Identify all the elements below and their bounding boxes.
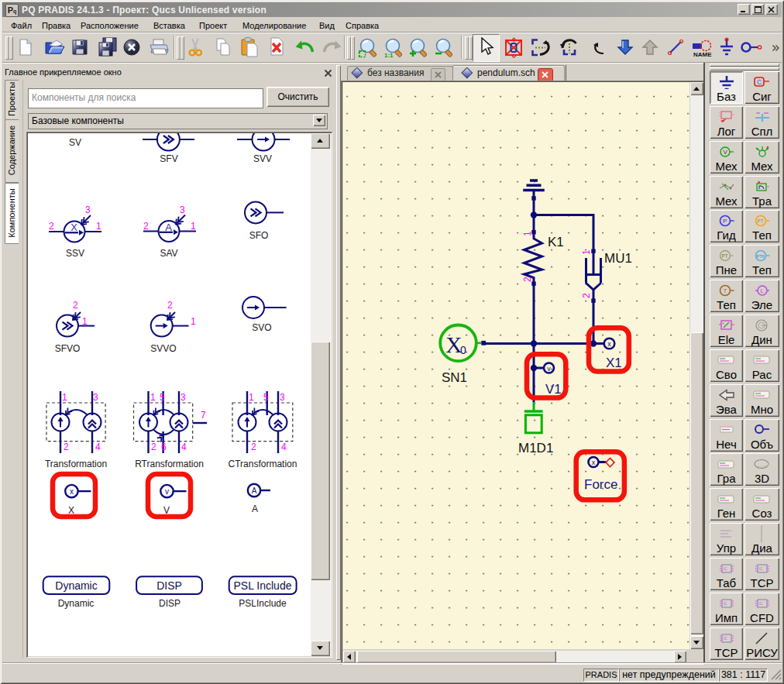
svg-text:SVV: SVV	[253, 153, 272, 164]
svg-text:3: 3	[181, 392, 186, 403]
svg-text:PT: PT	[758, 218, 764, 224]
svg-text:2: 2	[73, 300, 78, 311]
svg-text:PSL Include: PSL Include	[234, 579, 292, 592]
svg-text:SFO: SFO	[249, 230, 269, 241]
svg-text:SAV: SAV	[160, 248, 177, 259]
svg-text:2: 2	[522, 277, 533, 282]
svg-text:L: L	[761, 287, 765, 294]
svg-text:SFV: SFV	[160, 153, 177, 164]
svg-text:RTransformation: RTransformation	[135, 459, 204, 469]
svg-text:V: V	[163, 505, 170, 516]
svg-text:Dynamic: Dynamic	[55, 579, 97, 592]
svg-text:1: 1	[191, 316, 196, 327]
svg-text:PSLInclude: PSLInclude	[239, 598, 287, 609]
svg-text:DISP: DISP	[159, 598, 181, 609]
svg-text:x: x	[70, 487, 74, 496]
svg-text:0: 0	[460, 344, 466, 356]
svg-text:X1: X1	[606, 356, 622, 370]
svg-text:Transformation: Transformation	[45, 459, 107, 469]
svg-text:x: x	[607, 340, 611, 348]
svg-text:7: 7	[201, 410, 206, 421]
svg-text:X: X	[70, 222, 77, 233]
svg-text:IC: IC	[759, 602, 763, 606]
svg-text:K1: K1	[548, 235, 564, 249]
svg-text:v: v	[547, 365, 551, 373]
svg-text:SVO: SVO	[252, 322, 271, 333]
svg-text:1: 1	[522, 231, 533, 236]
svg-text:V: V	[724, 149, 728, 156]
svg-text:6: 6	[161, 442, 167, 452]
svg-text:4: 4	[281, 442, 287, 452]
svg-text:SVVO: SVVO	[150, 343, 176, 354]
svg-text:2: 2	[49, 221, 54, 232]
svg-text:1: 1	[581, 249, 592, 255]
svg-text:1: 1	[249, 392, 254, 403]
svg-text:T: T	[724, 287, 727, 294]
svg-text:3: 3	[180, 205, 185, 215]
svg-text:2: 2	[64, 442, 69, 452]
svg-text:1: 1	[62, 392, 67, 403]
svg-text:A: A	[252, 486, 257, 495]
svg-text:1:1: 1:1	[384, 52, 394, 59]
svg-text:DISP: DISP	[156, 579, 182, 592]
svg-text:IC: IC	[759, 567, 763, 571]
svg-text:SV: SV	[69, 137, 81, 148]
svg-text:M1D1: M1D1	[518, 441, 553, 455]
svg-text:SN1: SN1	[442, 370, 467, 385]
svg-text:CTransformation: CTransformation	[229, 459, 297, 469]
svg-text:X: X	[68, 505, 74, 516]
svg-text:PT: PT	[722, 253, 728, 259]
svg-text:5: 5	[263, 392, 269, 403]
svg-text:IC: IC	[724, 567, 727, 571]
svg-text:A: A	[165, 222, 172, 233]
svg-text:IC: IC	[724, 637, 727, 641]
svg-text:2: 2	[151, 442, 156, 452]
svg-text:1: 1	[96, 221, 101, 232]
svg-text:2: 2	[581, 293, 592, 298]
svg-text:1: 1	[150, 392, 156, 403]
svg-text:4: 4	[181, 442, 187, 452]
svg-text:SSV: SSV	[66, 248, 84, 259]
svg-text:1: 1	[82, 316, 88, 327]
svg-text:v: v	[165, 487, 169, 496]
svg-text:2: 2	[143, 221, 149, 232]
svg-text:C: C	[757, 78, 762, 86]
svg-text:Dynamic: Dynamic	[58, 598, 95, 609]
svg-text:Force: Force	[584, 477, 617, 492]
svg-text:3: 3	[85, 205, 91, 215]
svg-text:PTfl: PTfl	[757, 254, 765, 259]
svg-text:A: A	[252, 504, 258, 514]
svg-text:x: x	[592, 459, 596, 466]
svg-text:1: 1	[191, 221, 196, 232]
svg-text:5: 5	[160, 392, 165, 403]
svg-text:3: 3	[280, 392, 285, 403]
svg-text:2: 2	[251, 442, 256, 452]
svg-text:IC: IC	[724, 602, 727, 606]
svg-text:MU1: MU1	[604, 251, 632, 266]
svg-text:4: 4	[95, 442, 101, 452]
svg-text:NAME: NAME	[693, 51, 712, 58]
svg-text:+: +	[722, 321, 724, 325]
svg-text:3: 3	[93, 392, 98, 403]
svg-text:SFVO: SFVO	[55, 343, 81, 354]
svg-text:V1: V1	[545, 382, 562, 397]
svg-text:P: P	[723, 218, 727, 225]
svg-text:2: 2	[167, 300, 173, 311]
